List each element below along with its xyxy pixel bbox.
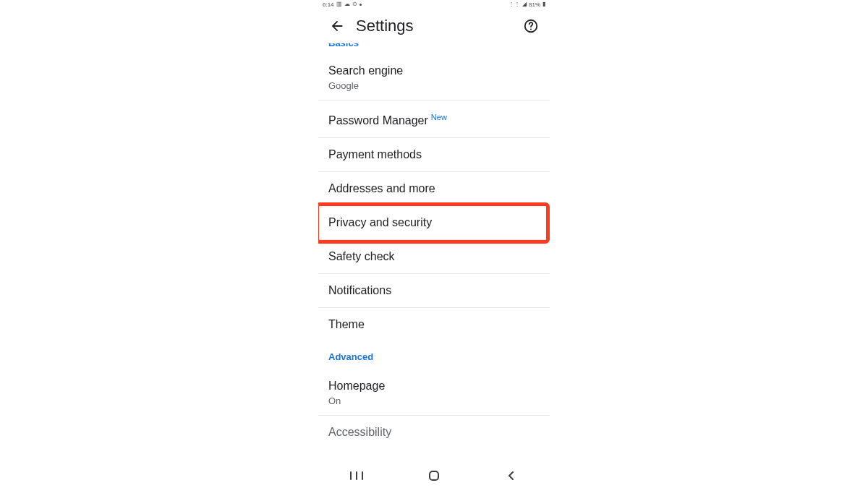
app-bar: Settings: [318, 9, 550, 43]
row-label: Notifications: [328, 283, 540, 299]
recents-icon: [349, 471, 364, 481]
row-label: Homepage: [328, 378, 540, 394]
settings-list-viewport[interactable]: Basics Search engine Google Password Man…: [318, 43, 550, 463]
arrow-left-icon: [329, 18, 345, 34]
section-header-advanced: Advanced: [318, 341, 550, 369]
row-label: Theme: [328, 317, 540, 333]
row-addresses[interactable]: Addresses and more: [318, 172, 550, 206]
battery-text: 81%: [529, 1, 540, 8]
row-notifications[interactable]: Notifications: [318, 274, 550, 308]
settings-list: Basics Search engine Google Password Man…: [318, 43, 550, 449]
status-icon: ⊝: [352, 1, 357, 7]
help-button[interactable]: [516, 12, 545, 40]
back-button[interactable]: [323, 12, 352, 40]
chevron-left-icon: [506, 471, 516, 481]
nav-home-button[interactable]: [412, 465, 456, 487]
row-theme[interactable]: Theme: [318, 308, 550, 341]
row-label: Privacy and security: [328, 215, 540, 231]
row-accessibility[interactable]: Accessibility: [318, 416, 550, 449]
row-label: Search engine: [328, 63, 540, 79]
row-label: Addresses and more: [328, 181, 540, 197]
row-label: Safety check: [328, 249, 540, 265]
row-privacy-and-security[interactable]: Privacy and security: [318, 206, 550, 240]
battery-icon: ▮: [542, 1, 545, 7]
page-title: Settings: [356, 17, 414, 35]
device-frame: 6:14 ▥ ☁ ⊝ ⋮⋮ ◢ 81% ▮ Settings: [318, 0, 550, 488]
row-label: Accessibility: [328, 424, 540, 440]
status-icon: ☁: [344, 1, 350, 7]
row-label: Payment methods: [328, 147, 540, 163]
section-header-basics: Basics: [318, 43, 550, 54]
help-icon: [523, 18, 539, 34]
svg-rect-5: [430, 471, 438, 480]
signal-icon: ◢: [522, 1, 527, 7]
system-nav-bar: [318, 463, 550, 488]
wifi-icon: ⋮⋮: [509, 1, 520, 7]
status-icon: ▥: [336, 1, 342, 7]
row-payment-methods[interactable]: Payment methods: [318, 138, 550, 172]
home-icon: [428, 470, 440, 481]
row-value: Google: [328, 80, 540, 91]
row-homepage[interactable]: Homepage On: [318, 369, 550, 416]
status-time: 6:14: [323, 1, 334, 8]
row-label: Password ManagerNew: [328, 109, 540, 129]
row-search-engine[interactable]: Search engine Google: [318, 54, 550, 100]
row-safety-check[interactable]: Safety check: [318, 240, 550, 274]
svg-point-1: [530, 29, 532, 30]
row-value: On: [328, 395, 540, 406]
status-more-dot: [359, 4, 362, 6]
new-badge: New: [431, 113, 447, 121]
row-label-text: Password Manager: [328, 114, 428, 127]
nav-recents-button[interactable]: [335, 465, 378, 487]
row-password-manager[interactable]: Password ManagerNew: [318, 100, 550, 138]
status-bar: 6:14 ▥ ☁ ⊝ ⋮⋮ ◢ 81% ▮: [318, 0, 550, 9]
nav-back-button[interactable]: [490, 465, 533, 487]
